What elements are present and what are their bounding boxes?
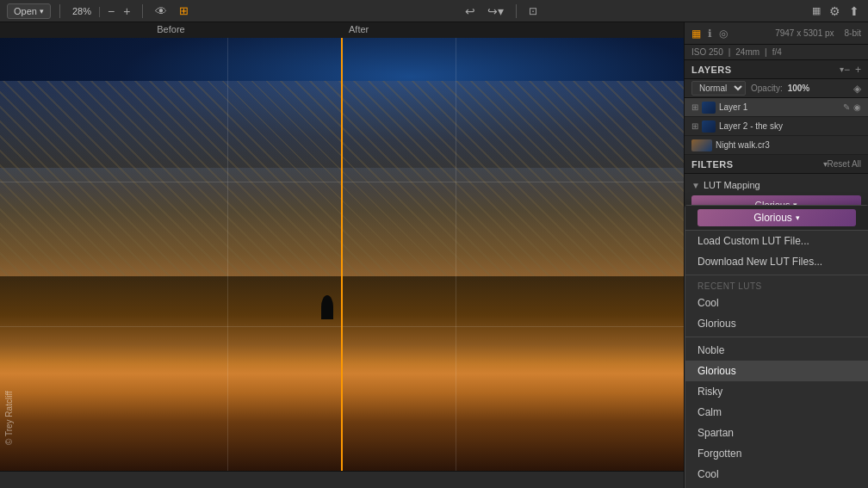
layer-1-edit-icon[interactable]: ✎: [843, 102, 850, 112]
divider4: [516, 4, 517, 18]
meta-sep1: |: [728, 47, 731, 57]
lut-inca[interactable]: Inca: [685, 485, 868, 488]
meta-row: ISO 250 | 24mm | f/4: [685, 45, 868, 60]
eye-view-button[interactable]: 👁: [152, 3, 170, 19]
dropdown-header: Glorious ▾: [685, 206, 868, 231]
metadata-icon[interactable]: ◎: [719, 28, 728, 40]
recent-luts-label: RECENT LUTS: [685, 278, 868, 293]
blend-row: Normal Opacity: 100% ◈: [685, 79, 868, 98]
iso-value: ISO 250: [691, 47, 723, 57]
layer-item-1[interactable]: ⊞ Layer 1 ✎ ◉: [685, 98, 868, 117]
lut-header: ▼ LUT Mapping: [691, 177, 861, 193]
lut-title: LUT Mapping: [704, 180, 760, 190]
filters-header: FILTERS ▾ Reset All: [685, 155, 868, 174]
layer-1-eye-icon[interactable]: ◉: [853, 102, 861, 112]
layer-1-name: Layer 1: [719, 102, 840, 112]
lut-glorious[interactable]: Glorious: [685, 361, 868, 381]
info-icon[interactable]: ℹ: [708, 28, 712, 40]
lut-risky[interactable]: Risky: [685, 381, 868, 402]
canvas-area: Before After © Trey Ratcliff: [0, 22, 684, 488]
toolbar-right: ▦ ⚙ ⬆: [810, 4, 861, 18]
lut-noble[interactable]: Noble: [685, 340, 868, 361]
zoom-group: 28% | − +: [69, 3, 134, 19]
layer-3-name: Night walk.cr3: [716, 140, 861, 150]
open-chevron-icon: ▾: [40, 7, 44, 15]
eye-icon: 👁: [155, 4, 167, 18]
layer-item-3[interactable]: Night walk.cr3: [685, 136, 868, 155]
download-lut-item[interactable]: Download New LUT Files...: [685, 251, 868, 272]
dropdown-lut-name: Glorious: [753, 212, 792, 224]
layers-icons: − +: [844, 64, 861, 76]
remove-layer-icon[interactable]: −: [844, 64, 850, 76]
after-label: After: [342, 22, 684, 38]
layers-title: LAYERS: [691, 65, 840, 75]
layer-item-2[interactable]: ⊞ Layer 2 - the sky: [685, 117, 868, 136]
layer-visibility-icon[interactable]: ◈: [853, 83, 861, 95]
dropdown-chevron-icon: ▾: [796, 213, 800, 222]
settings-icon[interactable]: ⚙: [828, 4, 842, 18]
add-layer-icon[interactable]: +: [855, 64, 861, 76]
zoom-minus-button[interactable]: −: [104, 3, 118, 19]
layer-1-thumb: [702, 102, 716, 114]
redo-button[interactable]: ↪▾: [484, 3, 507, 19]
bottom-bar: [0, 471, 684, 488]
layer-2-thumb: [702, 120, 716, 133]
recent-lut-cool[interactable]: Cool: [685, 293, 868, 313]
blend-mode-select[interactable]: Normal: [691, 81, 746, 96]
before-after-bar: Before After: [0, 22, 684, 38]
open-button[interactable]: Open ▾: [7, 3, 51, 19]
dropdown-current-lut: Glorious ▾: [698, 209, 856, 226]
lut-spartan[interactable]: Spartan: [685, 423, 868, 443]
lut-cool[interactable]: Cool: [685, 464, 868, 485]
load-custom-lut-item[interactable]: Load Custom LUT File...: [685, 231, 868, 251]
undo-button[interactable]: ↩: [462, 3, 479, 19]
layer-3-thumb: [691, 139, 712, 151]
crop-button[interactable]: ⊡: [525, 3, 541, 19]
focal-value: 24mm: [735, 47, 760, 57]
layer-merge-icon: ⊞: [691, 102, 698, 112]
dropdown-divider-2: [685, 337, 868, 337]
crop-icon: ⊡: [529, 5, 537, 17]
layers-header: LAYERS ▾ − +: [685, 60, 868, 79]
meta-sep2: |: [765, 47, 767, 57]
split-line[interactable]: [341, 38, 343, 471]
opacity-label: Opacity:: [751, 83, 783, 93]
open-label: Open: [14, 6, 37, 16]
undo-icon: ↩: [465, 4, 475, 18]
histogram-icon[interactable]: ▦: [691, 28, 701, 40]
figure-silhouette: [321, 295, 333, 319]
layer2-merge-icon: ⊞: [691, 121, 698, 131]
export-icon[interactable]: ⬆: [847, 4, 861, 18]
lut-forgotten[interactable]: Forgotten: [685, 443, 868, 464]
fake-image: [0, 38, 684, 471]
divider3: [142, 4, 143, 18]
zoom-plus-button[interactable]: +: [120, 3, 133, 19]
divider2: |: [98, 5, 101, 17]
panel-header-icons: ▦ ℹ ◎ 7947 x 5301 px 8-bit: [685, 22, 868, 45]
bit-depth: 8-bit: [845, 28, 861, 38]
right-panel: ▦ ℹ ◎ 7947 x 5301 px 8-bit ISO 250 | 24m…: [684, 22, 868, 488]
lut-dropdown-menu: Glorious ▾ Load Custom LUT File... Downl…: [685, 205, 868, 488]
copyright: © Trey Ratcliff: [4, 391, 14, 445]
opacity-value: 100%: [788, 83, 810, 93]
layer-2-name: Layer 2 - the sky: [719, 121, 861, 131]
redo-icon: ↪▾: [487, 4, 504, 18]
top-toolbar: Open ▾ 28% | − + 👁 ⊞ ↩ ↪▾ ⊡ ▦ ⚙ ⬆: [0, 0, 868, 22]
compare-icon: ⊞: [179, 4, 189, 17]
lut-collapse-icon[interactable]: ▼: [691, 181, 700, 190]
reset-all-button[interactable]: Reset All: [828, 159, 861, 169]
before-label: Before: [0, 22, 342, 38]
compare-view-button[interactable]: ⊞: [176, 3, 192, 19]
divider: [59, 4, 60, 18]
lut-calm[interactable]: Calm: [685, 402, 868, 423]
aperture-value: f/4: [772, 47, 782, 57]
dropdown-divider-1: [685, 275, 868, 275]
recent-lut-glorious[interactable]: Glorious: [685, 313, 868, 334]
image-container[interactable]: © Trey Ratcliff: [0, 38, 684, 471]
image-resolution: 7947 x 5301 px: [775, 28, 834, 38]
zoom-value: 28%: [69, 6, 95, 16]
main-area: Before After © Trey Ratcliff: [0, 22, 868, 488]
filters-title: FILTERS: [691, 159, 823, 170]
grid-icon[interactable]: ▦: [810, 5, 822, 16]
